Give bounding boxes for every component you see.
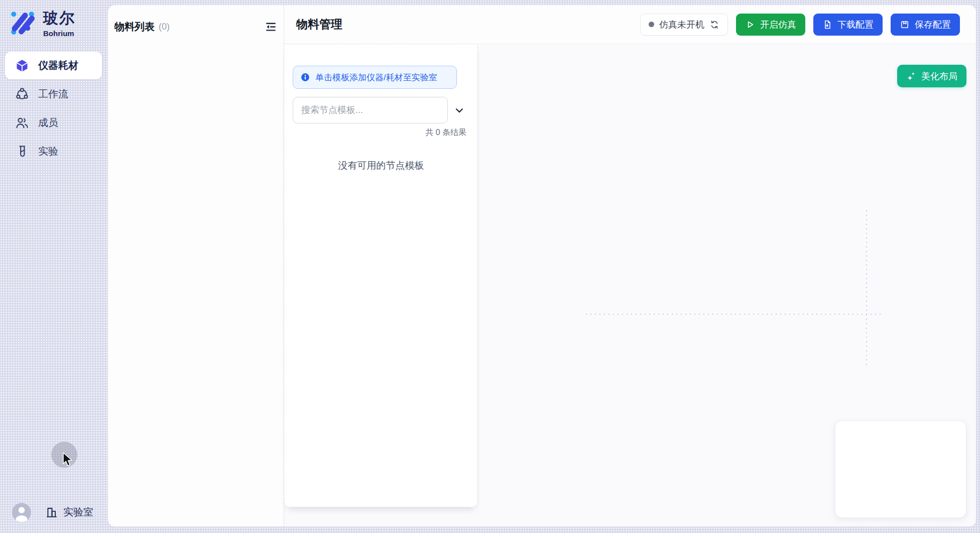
play-icon [745,20,755,30]
sidebar-item-experiments[interactable]: 实验 [5,138,102,165]
material-list-panel: 物料列表 (0) [108,5,284,526]
canvas-guide-line-horizontal [586,314,882,315]
simulation-status-label: 仿真未开机 [659,19,704,31]
content-card: 物料列表 (0) 物料管理 仿真未开机 [108,5,976,526]
members-icon [15,116,29,130]
material-list-count: (0) [159,22,170,32]
info-banner-text: 单击模板添加仪器/耗材至实验室 [315,72,437,83]
node-template-panel: 单击模板添加仪器/耗材至实验室 共 0 条结果 没有可用的节点模板 [284,45,478,507]
chevron-down-icon[interactable] [454,105,465,116]
canvas-guide-line-vertical [866,210,867,365]
sidebar-menu: 仪器耗材 工作流 成员 [5,52,102,165]
save-config-button[interactable]: 保存配置 [891,14,960,36]
experiment-icon [15,145,29,159]
sidebar-item-label: 成员 [38,116,58,129]
main-header: 物料管理 仿真未开机 [284,5,976,44]
info-icon [300,72,310,82]
search-template-input[interactable] [293,97,448,123]
sidebar-item-instruments[interactable]: 仪器耗材 [5,52,102,79]
status-dot-icon [649,22,654,27]
beautify-layout-button[interactable]: 美化布局 [897,65,966,87]
brand-subtitle: Bohrium [43,29,75,38]
sidebar-item-workflow[interactable]: 工作流 [5,80,102,108]
sidebar: 玻尔 Bohrium 仪器耗材 工作流 [0,0,108,533]
sidebar-item-members[interactable]: 成员 [5,109,102,137]
lab-entry[interactable]: 实验室 [45,505,93,519]
material-list-title: 物料列表 [114,20,155,34]
sidebar-item-label: 仪器耗材 [38,59,78,72]
sidebar-item-label: 工作流 [38,87,68,101]
lab-entry-label: 实验室 [63,505,93,519]
user-avatar[interactable] [12,503,31,522]
brand: 玻尔 Bohrium [9,8,75,38]
empty-state-text: 没有可用的节点模板 [284,159,478,172]
simulation-status-pill[interactable]: 仿真未开机 [640,14,728,36]
start-simulation-button[interactable]: 开启仿真 [736,14,805,36]
workflow-icon [15,87,29,101]
result-count: 共 0 条结果 [425,127,466,138]
sparkles-icon [906,71,916,81]
cube-icon [15,59,29,73]
refresh-icon[interactable] [709,20,719,30]
bohrium-logo-icon [9,10,36,37]
canvas-minimap[interactable] [835,421,966,518]
mouse-cursor [62,452,75,467]
brand-title: 玻尔 [43,8,75,29]
file-download-icon [822,20,832,30]
page-title: 物料管理 [296,17,342,32]
building-icon [45,506,58,519]
sidebar-item-label: 实验 [38,145,58,158]
download-config-button[interactable]: 下载配置 [813,14,883,36]
info-banner: 单击模板添加仪器/耗材至实验室 [293,66,457,89]
collapse-panel-icon[interactable] [265,21,277,33]
save-icon [900,20,910,30]
flow-canvas[interactable]: 单击模板添加仪器/耗材至实验室 共 0 条结果 没有可用的节点模板 美化布局 [284,45,976,526]
